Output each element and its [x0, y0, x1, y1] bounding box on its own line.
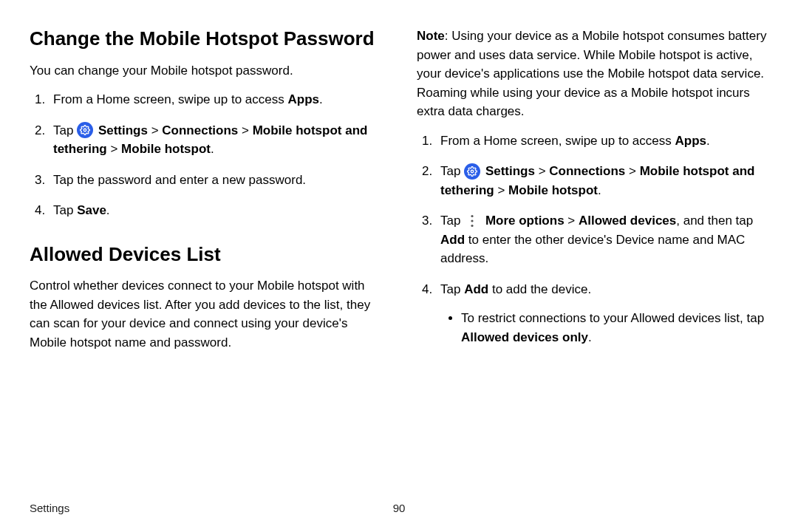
apps-label: Apps — [287, 92, 319, 106]
add-label: Add — [440, 233, 465, 247]
sub-bullets: To restrict connections to your Allowed … — [440, 309, 768, 347]
step-text: Tap — [440, 214, 464, 228]
step-text: . — [598, 183, 601, 197]
connections-label: Connections — [162, 123, 238, 137]
allowed-devices-label: Allowed devices — [579, 214, 676, 228]
page-footer: Settings 90 — [30, 502, 768, 514]
svg-point-4 — [471, 224, 474, 226]
svg-point-1 — [471, 170, 474, 173]
step-text: > — [565, 214, 579, 228]
svg-point-0 — [83, 129, 86, 132]
step-text: From a Home screen, swipe up to access — [53, 92, 287, 106]
mobile-hotspot-label: Mobile hotspot — [508, 183, 598, 197]
section-allowed-devices: Allowed Devices List Control whether dev… — [30, 242, 381, 352]
intro-change-password: You can change your Mobile hotspot passw… — [30, 61, 381, 81]
connections-label: Connections — [549, 164, 625, 178]
step-text: From a Home screen, swipe up to access — [440, 134, 675, 148]
step-text: > — [148, 123, 162, 137]
steps-allowed-devices: From a Home screen, swipe up to access A… — [417, 132, 768, 347]
apps-label: Apps — [675, 134, 706, 148]
step-text: > — [107, 142, 121, 156]
bullet-text: To restrict connections to your Allowed … — [461, 311, 764, 325]
svg-point-2 — [471, 214, 474, 216]
step-text: > — [494, 183, 508, 197]
step-text: . — [211, 142, 214, 156]
heading-allowed-devices: Allowed Devices List — [30, 242, 381, 267]
step-text: to enter the other device's Device name … — [440, 233, 745, 266]
step-1: From a Home screen, swipe up to access A… — [436, 132, 768, 151]
settings-label: Settings — [485, 164, 535, 178]
step-text: Tap — [53, 203, 77, 217]
bullet-text: . — [588, 330, 592, 344]
step-text: > — [238, 123, 252, 137]
note-label: Note — [417, 29, 445, 43]
step-2: Tap Settings > Connections > Mobile hots… — [49, 121, 381, 159]
settings-label: Settings — [98, 123, 148, 137]
allowed-only-label: Allowed devices only — [461, 330, 588, 344]
step-text: Tap — [440, 164, 464, 178]
footer-section: Settings — [30, 502, 69, 514]
step-text: Tap — [53, 123, 77, 137]
step-3: Tap the password and enter a new passwor… — [49, 171, 381, 190]
left-column: Change the Mobile Hotspot Password You c… — [30, 27, 381, 362]
step-text: > — [535, 164, 549, 178]
svg-point-3 — [471, 219, 474, 222]
step-4: Tap Add to add the device. To restrict c… — [436, 280, 768, 347]
save-label: Save — [77, 203, 106, 217]
page-columns: Change the Mobile Hotspot Password You c… — [30, 27, 768, 362]
page-number: 90 — [393, 502, 406, 514]
settings-icon — [77, 122, 93, 138]
add-label: Add — [464, 282, 488, 296]
mobile-hotspot-label: Mobile hotspot — [121, 142, 211, 156]
step-1: From a Home screen, swipe up to access A… — [49, 90, 381, 109]
settings-icon — [464, 163, 480, 180]
more-options-label: More options — [485, 214, 565, 228]
step-text: . — [106, 203, 110, 217]
step-4: Tap Save. — [49, 201, 381, 220]
step-text: to add the device. — [488, 282, 591, 296]
step-text: , and then tap — [676, 214, 753, 228]
step-text: > — [625, 164, 639, 178]
steps-change-password: From a Home screen, swipe up to access A… — [30, 90, 381, 220]
note-body: : Using your device as a Mobile hotspot … — [417, 29, 766, 118]
more-options-icon — [464, 213, 480, 229]
note-paragraph: Note: Using your device as a Mobile hots… — [417, 27, 768, 121]
step-3: Tap More options > Allowed devices, and … — [436, 211, 768, 268]
step-text: Tap — [440, 282, 464, 296]
intro-allowed-devices: Control whether devices connect to your … — [30, 276, 381, 352]
step-text: . — [319, 92, 323, 106]
step-text: . — [706, 134, 710, 148]
right-column: Note: Using your device as a Mobile hots… — [417, 27, 768, 362]
heading-change-password: Change the Mobile Hotspot Password — [30, 27, 381, 51]
step-2: Tap Settings > Connections > Mobile hots… — [436, 162, 768, 200]
bullet-1: To restrict connections to your Allowed … — [461, 309, 768, 347]
